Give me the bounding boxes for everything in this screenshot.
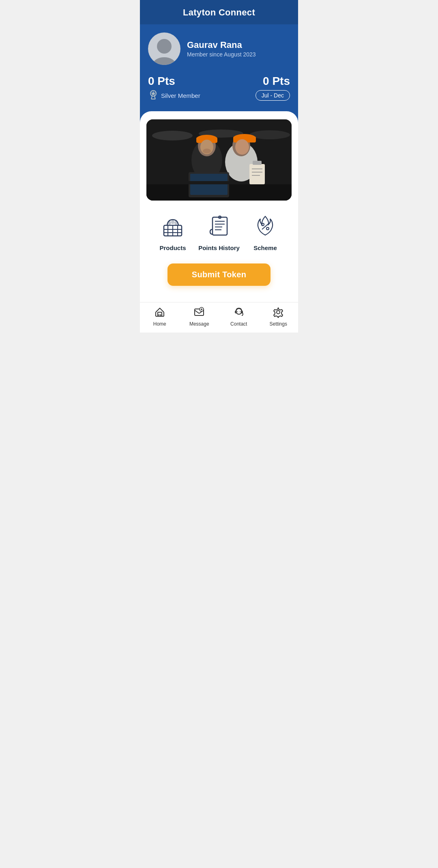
- nav-settings[interactable]: Settings: [259, 307, 298, 327]
- profile-since: Member since August 2023: [187, 51, 256, 58]
- action-products[interactable]: Products: [150, 212, 196, 251]
- nav-home-label: Home: [153, 321, 166, 327]
- points-right: 0 Pts Jul - Dec: [256, 75, 290, 101]
- profile-info: Gaurav Rana Member since August 2023: [187, 40, 256, 58]
- member-tier-label: Silver Member: [161, 92, 200, 99]
- svg-point-8: [152, 131, 193, 140]
- points-history-label: Points History: [198, 244, 240, 251]
- settings-icon: [273, 307, 284, 320]
- message-icon: [193, 307, 205, 320]
- points-left: 0 Pts Silver Member: [148, 75, 200, 101]
- svg-point-1: [153, 57, 176, 65]
- svg-point-17: [203, 149, 211, 153]
- profile-name: Gaurav Rana: [187, 40, 256, 50]
- app-title: Latyton Connect: [146, 7, 292, 18]
- svg-point-46: [262, 223, 264, 226]
- svg-rect-40: [213, 217, 227, 235]
- products-label: Products: [159, 244, 186, 251]
- svg-marker-3: [151, 91, 156, 96]
- banner-image: [146, 119, 292, 201]
- points-right-value: 0 Pts: [263, 75, 290, 88]
- action-scheme[interactable]: Scheme: [242, 212, 288, 251]
- member-badge: Silver Member: [148, 89, 200, 101]
- points-history-icon: [205, 212, 233, 240]
- svg-line-56: [195, 310, 199, 313]
- nav-contact[interactable]: Contact: [219, 307, 259, 327]
- avatar: [148, 32, 180, 65]
- svg-rect-26: [249, 164, 265, 184]
- nav-message[interactable]: Message: [180, 307, 219, 327]
- home-icon: [154, 307, 165, 320]
- nav-home[interactable]: Home: [140, 307, 180, 327]
- nav-settings-label: Settings: [270, 321, 287, 327]
- main-card: Products: [140, 111, 298, 302]
- submit-btn-wrap: Submit Token: [146, 263, 292, 286]
- svg-line-4: [151, 96, 152, 99]
- bottom-nav: Home Message: [140, 302, 298, 333]
- quick-actions: Products: [146, 212, 292, 251]
- svg-point-22: [235, 139, 249, 155]
- phone-container: Latyton Connect Gaurav Rana Member since…: [140, 0, 298, 333]
- action-points-history[interactable]: Points History: [196, 212, 242, 251]
- points-left-value: 0 Pts: [148, 75, 200, 88]
- nav-message-label: Message: [189, 321, 209, 327]
- svg-point-47: [266, 227, 269, 230]
- avatar-icon: [148, 34, 180, 65]
- svg-point-39: [174, 221, 178, 225]
- svg-line-5: [155, 96, 155, 99]
- contact-icon: [233, 307, 245, 320]
- app-header: Latyton Connect: [140, 0, 298, 24]
- svg-rect-27: [253, 161, 262, 165]
- nav-contact-label: Contact: [230, 321, 247, 327]
- svg-point-65: [240, 311, 240, 312]
- period-badge: Jul - Dec: [256, 90, 290, 101]
- svg-point-0: [157, 39, 172, 54]
- products-icon: [159, 212, 187, 240]
- badge-icon: [148, 89, 159, 101]
- scheme-icon: [251, 212, 279, 240]
- svg-rect-49: [158, 312, 162, 316]
- points-row: 0 Pts Silver Member 0 Pts: [148, 75, 290, 101]
- svg-line-48: [262, 224, 268, 229]
- svg-rect-25: [187, 181, 231, 184]
- profile-section: Gaurav Rana Member since August 2023 0 P…: [140, 24, 298, 126]
- scheme-label: Scheme: [253, 244, 277, 251]
- profile-top: Gaurav Rana Member since August 2023: [148, 32, 290, 65]
- svg-point-38: [171, 220, 174, 224]
- svg-point-37: [168, 221, 171, 225]
- submit-token-button[interactable]: Submit Token: [167, 263, 271, 286]
- svg-point-64: [237, 311, 238, 312]
- svg-point-66: [277, 311, 280, 314]
